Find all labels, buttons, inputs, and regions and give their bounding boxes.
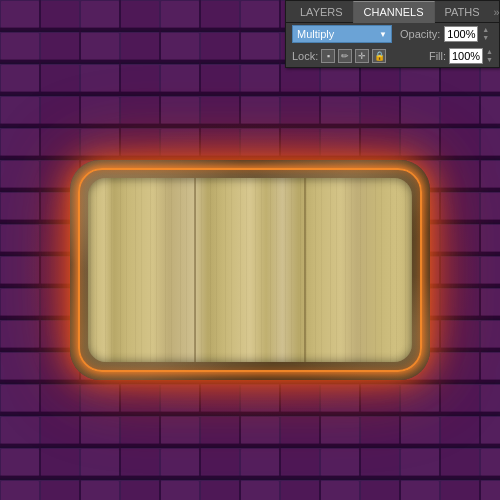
tab-channels[interactable]: CHANNELS: [353, 1, 435, 23]
lock-paint-button[interactable]: ✏: [338, 49, 352, 63]
lock-position-button[interactable]: ✛: [355, 49, 369, 63]
tab-paths[interactable]: PATHS: [435, 1, 490, 23]
ps-tab-bar: LAYERS CHANNELS PATHS »: [286, 1, 499, 23]
ps-panel: LAYERS CHANNELS PATHS » Multiply ▼ Opaci…: [285, 0, 500, 68]
fill-label: Fill:: [429, 50, 446, 62]
opacity-input[interactable]: 100%: [444, 26, 478, 42]
fill-input[interactable]: 100%: [449, 48, 483, 64]
opacity-up-icon[interactable]: ▲: [482, 26, 489, 34]
opacity-spinners[interactable]: ▲ ▼: [482, 26, 489, 42]
fill-down-icon[interactable]: ▼: [486, 56, 493, 64]
panel-collapse-button[interactable]: »: [490, 6, 500, 18]
sign-frame: [70, 160, 430, 380]
lock-all-button[interactable]: 🔒: [372, 49, 386, 63]
lock-transparent-button[interactable]: ▪: [321, 49, 335, 63]
brush-icon: ✏: [341, 51, 349, 61]
blend-mode-arrow-icon: ▼: [379, 30, 387, 39]
fill-spinners[interactable]: ▲ ▼: [486, 48, 493, 64]
lock-icon: 🔒: [374, 51, 385, 61]
main-canvas: LAYERS CHANNELS PATHS » Multiply ▼ Opaci…: [0, 0, 500, 500]
fill-up-icon[interactable]: ▲: [486, 48, 493, 56]
opacity-down-icon[interactable]: ▼: [482, 34, 489, 42]
blend-mode-row: Multiply ▼ Opacity: 100% ▲ ▼: [286, 23, 499, 45]
checkerboard-icon: ▪: [327, 51, 330, 61]
lock-row: Lock: ▪ ✏ ✛ 🔒 Fill: 100% ▲ ▼: [286, 45, 499, 67]
sign-container: [70, 160, 430, 380]
tab-layers[interactable]: LAYERS: [290, 1, 353, 23]
blend-mode-select[interactable]: Multiply ▼: [292, 25, 392, 43]
opacity-label: Opacity:: [400, 28, 440, 40]
move-icon: ✛: [358, 51, 366, 61]
sign-wood: [88, 178, 412, 362]
lock-label: Lock:: [292, 50, 318, 62]
